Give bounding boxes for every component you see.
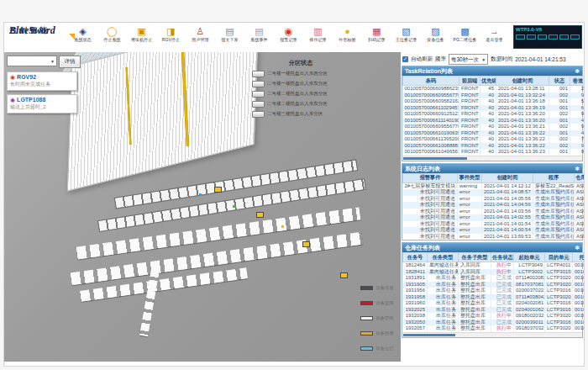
zone-checkbox[interactable] [252,91,265,98]
task-relation-table[interactable]: 条码前后端优先级创建时间状态巷道楼层00100570006609886239FR… [402,76,582,156]
table-row[interactable]: 未找到可用通道error2021-04-01 14:02:55生成出库预约库任务… [403,214,585,221]
table-row[interactable]: 00100570006609582162FRONT402021-04-01 13… [403,98,585,105]
table-row[interactable]: 00100570006610088881FRONT402021-04-01 13… [403,143,585,150]
table-row[interactable]: 00100570006610190639FRONT402021-04-01 13… [403,130,585,137]
table-row[interactable]: 未找到可用通道error2021-04-01 14:03:56生成出库预约库任务… [403,209,585,215]
column-header[interactable]: 创建时间 [496,77,549,86]
app-screen: BlueSword 兰剑智能 ◈ 系统状态 ◯ 停止系统 [0,0,588,370]
table-row[interactable]: 未找到可用通道error2021-04-01 14:05:56生成出库预约库任务… [403,196,585,203]
toolbar-button[interactable]: ▦ 扫码记录 [362,25,391,45]
mini-monitor-panel[interactable]: WTP3.0-V6 [513,25,582,49]
table-row[interactable]: 未找到可用通道error2021-04-01 14:00:54生成出库预约库任务… [403,227,585,234]
alert-card[interactable]: ◉ LGTP1088 输送上货超时_2 [7,94,77,114]
column-header[interactable]: 程序 [533,173,575,182]
column-header[interactable]: 任务子类型 [459,253,491,262]
table-row[interactable]: 1931891出库任务整托盘出库已完成0711#002082LCTP302000… [403,275,585,282]
scrollbar-thumb[interactable] [403,157,467,160]
zone-option[interactable]: 二号楼二楼托盘出入库西分区 [252,90,349,98]
zone-option[interactable]: 二号楼二楼托盘出入库东分区 [252,100,349,108]
table-cell: ASRS_LC2 [575,221,585,228]
system-log-table[interactable]: 报警事件事件类型创建时间程序仓库编号2#七层穿梭车报文模块:单边去货warnin… [402,173,582,240]
table-row[interactable]: 1932038出库任务整托盘出库执行中0918002032LCTP3020001… [403,313,585,320]
column-header[interactable]: 托盘号 [573,253,585,262]
table-row[interactable]: 00100570006610496563FRONT402021-04-01 13… [403,149,585,156]
toolbar-button[interactable]: ♙ 用户管理 [186,25,215,45]
zone-checkbox[interactable] [252,111,265,118]
table-row[interactable]: 2#七层穿梭车报文模块:单边去货warning2021-04-01 14:12:… [403,182,585,189]
zone-option[interactable]: 二号楼一楼托盘出入库西分区 [252,70,349,77]
toolbar-button[interactable]: ◉ 报警记录 [274,25,303,45]
table-row[interactable]: 未找到可用通道error2021-04-01 14:08:57生成出库预约库任务… [403,189,585,196]
table-row[interactable]: 00100570006611029457FRONT402021-04-01 13… [403,105,585,112]
table-row[interactable]: 00100570006609556770FRONT402021-04-01 13… [403,92,585,99]
table-row[interactable]: 1932057出库任务整托盘出库执行中0918037032LCTP3020001… [403,325,585,332]
column-header[interactable]: 报警事件 [403,173,458,182]
device-task-icon: ▨ [421,25,450,37]
table-row[interactable]: 1828411单向输送任务入库回库执行中LCTP3002LCTP30150010… [403,269,585,276]
toolbar-button[interactable]: ● 外形校验 [333,25,362,45]
zone-checkbox[interactable] [252,71,265,77]
toolbar-button[interactable]: ▥ 操作记录 [303,25,333,45]
alert-card[interactable]: ◉ RGV92 长时间未完成任务 [7,71,77,91]
column-header[interactable]: 任务类型 [428,253,459,262]
device-filter-dropdown[interactable]: ▼ [7,56,57,66]
table-row[interactable]: 未找到可用通道error2021-04-01 13:59:53生成出库预约库任务… [403,234,585,240]
toolbar-button[interactable]: ▩ PG二维任务 [450,25,480,45]
table-row[interactable]: 1931960出库任务整托盘出库已完成0204002081LCTP3016001… [403,300,585,307]
toolbar-button[interactable]: ▧ 主任务记录 [391,25,421,45]
column-header[interactable]: 巷道 [570,77,585,86]
table-row[interactable]: 00100570006609125123FRONT402021-04-01 13… [403,111,585,118]
column-header[interactable]: 仓库编号 [575,173,585,182]
legend-item: 设备运行 [360,345,399,352]
column-header[interactable]: 优先级 [480,77,496,86]
warehouse-task-table[interactable]: 任务号任务类型任务子类型任务状态起始单元目的单元托盘号1812464单向输送任务… [402,252,582,332]
panel-settings-icon[interactable]: ✱ [575,243,580,252]
panel-settings-icon[interactable]: ✱ [575,66,580,76]
zone-option[interactable]: 二号楼一楼托盘出入库东分区 [252,80,349,87]
table-row[interactable]: 1931905出库任务整托盘出库已完成0817037081LCTP3020001… [403,282,585,288]
column-header[interactable]: 起始单元 [514,253,545,262]
zone-option[interactable]: 二号楼三楼托盘出入库分区 [252,110,349,118]
table-row[interactable]: 00100570006611395200FRONT402021-04-01 13… [403,136,585,143]
table-row[interactable]: 1812464单向输送任务入库回库执行中LCTP3049LCTP40110010… [403,262,585,269]
freq-label: 频率 [435,56,446,63]
horizontal-scrollbar[interactable] [402,332,582,337]
table-cell: 40 [480,118,496,124]
table-row[interactable]: 未找到可用通道error2021-04-01 14:01:54生成出库预约库任务… [403,221,585,228]
table-row[interactable]: 1932050出库任务整托盘出库已完成0200039011LCTP3016001… [403,320,585,326]
column-header[interactable]: 状态 [549,77,570,86]
table-row[interactable]: 00100570006609556770FRONT402021-04-01 13… [403,124,585,130]
zone-checkbox[interactable] [252,101,265,108]
table-row[interactable]: 1931956出库任务整托盘出库已完成0200037022LCTP3016001… [403,288,585,294]
toolbar-button[interactable]: ▨ 设备任务 [421,25,450,45]
auto-refresh-checkbox[interactable]: ✓ [402,56,408,62]
toolbar-button[interactable]: ◈ 系统状态 [68,25,97,45]
column-header[interactable]: 创建时间 [482,173,533,182]
column-header[interactable]: 目的单元 [545,253,573,262]
column-header[interactable]: 任务号 [403,253,428,262]
table-row[interactable]: 1932025出库任务整托盘出库已完成0204001062LCTP3016001… [403,307,585,314]
scrollbar-thumb[interactable] [403,334,455,336]
table-row[interactable]: 未找到可用通道error2021-04-01 14:04:56生成出库预约库任务… [403,202,585,209]
toolbar-button[interactable]: ◯ 停止系统 [97,25,127,45]
column-header[interactable]: 前后端 [459,77,480,86]
table-row[interactable]: 00100570006611140190FRONT402021-04-01 13… [403,118,585,124]
toolbar-button[interactable]: ▤ 系统事件 [244,25,274,45]
horizontal-scrollbar[interactable] [402,156,582,161]
warehouse-3d-view[interactable]: ▼ 详情 ◉ RGV92 长时间未完成任务 [4,52,401,362]
column-header[interactable]: 事件类型 [458,173,482,182]
toolbar-button[interactable]: → 退出登录 [480,25,509,45]
column-header[interactable]: 条码 [403,77,459,86]
details-button[interactable]: 详情 [59,56,81,68]
table-row[interactable]: 1931958出库任务整托盘出库已完成0711#038042LCTP302000… [403,294,585,301]
table-cell: 001 [549,86,570,92]
freq-select[interactable]: 每30秒一次 ▼ [449,54,488,65]
toolbar-button[interactable]: ▣ 堆垛机停止 [127,25,156,45]
stop-system-icon: ◯ [97,25,127,37]
toolbar-button[interactable]: ◨ RGV停止 [156,25,186,45]
zone-checkbox[interactable] [252,81,265,87]
toolbar-button[interactable]: ▤ 报文下发 [215,25,244,45]
column-header[interactable]: 任务状态 [491,253,514,262]
table-row[interactable]: 00100570006609886239FRONT452021-04-01 13… [403,86,585,92]
panel-settings-icon[interactable]: ✱ [575,164,580,173]
